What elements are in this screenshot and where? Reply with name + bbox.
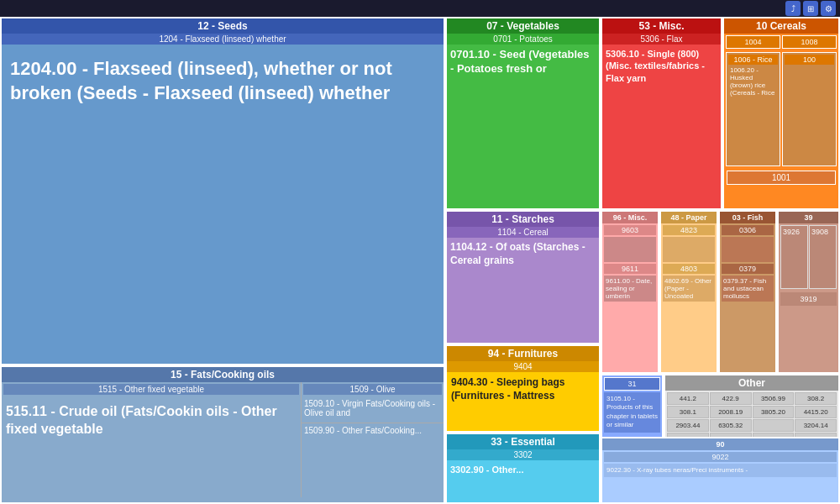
other-cell-9: 6305.32 [710, 419, 752, 432]
misc53-sub: 5306 - Flax [602, 34, 721, 45]
essential-panel[interactable]: 33 - Essential 3302 3302.90 - Other... [445, 433, 601, 504]
other-cell-3: 308.2 [795, 392, 837, 405]
vegetables-panel[interactable]: 07 - Vegetables 0701 - Potatoes 0701.10 … [445, 17, 601, 210]
other-cell-5: 2008.19 [710, 406, 752, 418]
cereals-panel[interactable]: 10 Cereals 1004 1008 1006 - Rice 1006.20… [722, 17, 840, 210]
paper48-title: 48 - Paper [661, 212, 717, 223]
furnitures-panel[interactable]: 94 - Furnitures 9404 9404.30 - Sleeping … [445, 344, 601, 433]
other-cell-1: 422.9 [710, 392, 752, 405]
fats-panel[interactable]: 15 - Fats/Cooking oils 1515 - Other fixe… [0, 365, 445, 504]
fats-sub2-label: 1509 - Olive [303, 384, 442, 395]
fish03-body2: 0379.37 - Fish and ustacean molluscs [722, 276, 774, 302]
cereal-cell-rice-body: 1006.20 - Husked (brown) rice (Cereals -… [728, 65, 778, 164]
paper48-body2: 4802.69 - Other (Paper - Uncoated [663, 276, 715, 302]
misc96-panel[interactable]: 96 - Misc. 9603 9611 9611.00 - Date, sea… [601, 210, 659, 374]
settings-icon[interactable]: ⚙ [821, 1, 836, 16]
misc96-sub2: 9611 [604, 264, 656, 274]
fish03-title: 03 - Fish [720, 212, 775, 223]
fish03-sub2: 0379 [722, 264, 774, 274]
seeds-body: 1204.00 - Flaxseed (linseed), whether or… [2, 45, 444, 118]
seeds-title: 12 - Seeds [2, 18, 444, 34]
top-bar: ⤴ ⊞ ⚙ [0, 0, 840, 17]
fats-body2-1: 1509.10 - Virgin Fats/Cooking oils - Oli… [302, 396, 444, 420]
misc31-title: 31 [604, 377, 660, 391]
starch-body: 1104.12 - Of oats (Starches - Cereal gra… [447, 238, 599, 270]
bookmark-icon[interactable]: ⊞ [803, 1, 818, 16]
veg-title: 07 - Vegetables [447, 18, 599, 34]
fats-body2-2: 1509.90 - Other Fats/Cooking... [302, 423, 444, 438]
starch-sub: 1104 - Cereal [447, 227, 599, 238]
cereal-cell-1004: 1004 [726, 35, 780, 49]
veg-body: 0701.10 - Seed (Vegetables - Potatoes fr… [447, 45, 599, 80]
panel39[interactable]: 39 3926 3908 3919 [777, 210, 840, 374]
furn-body: 9404.30 - Sleeping bags (Furnitures - Ma… [447, 372, 599, 407]
main-container: ⤴ ⊞ ⚙ 12 - Seeds 1204 - Flaxseed (linsee… [0, 0, 840, 504]
fish03-box1 [722, 237, 774, 262]
panel39-cell2: 3908 [809, 225, 837, 289]
treemap: 12 - Seeds 1204 - Flaxseed (linseed) whe… [0, 17, 840, 504]
fats-sub1: 1515 - Other fixed vegetable [3, 384, 299, 395]
other-title: Other [665, 375, 838, 391]
misc90-panel[interactable]: 90 9022 9022.30 - X-ray tubes neras/Prec… [601, 437, 840, 504]
panel39-title: 39 [779, 212, 838, 223]
misc31-body: 3105.10 - Products of this chapter in ta… [604, 392, 660, 433]
essential-body: 3302.90 - Other... [447, 460, 599, 479]
other-cell-7: 4415.20 [795, 406, 837, 418]
other-cell-8: 2903.44 [667, 419, 709, 432]
paper48-sub2: 4803 [663, 264, 715, 274]
essential-sub: 3302 [447, 449, 599, 460]
paper48-sub1: 4823 [663, 225, 715, 235]
fish03-panel[interactable]: 03 - Fish 0306 0379 0379.37 - Fish and u… [718, 210, 777, 374]
misc90-title: 90 [602, 438, 838, 450]
misc53-body: 5306.10 - Single (800) (Misc. textiles/f… [602, 45, 721, 87]
misc96-sub1: 9603 [604, 225, 656, 235]
fish03-sub1: 0306 [722, 225, 774, 235]
share-icon[interactable]: ⤴ [785, 1, 801, 16]
paper48-panel[interactable]: 48 - Paper 4823 4803 4802.69 - Other (Pa… [659, 210, 718, 374]
other-cell-6: 3805.20 [753, 406, 795, 418]
cereals-title: 10 Cereals [724, 18, 838, 34]
starch-title: 11 - Starches [447, 212, 599, 227]
misc53-title: 53 - Misc. [602, 18, 721, 34]
starches-panel[interactable]: 11 - Starches 1104 - Cereal 1104.12 - Of… [445, 210, 601, 344]
furn-title: 94 - Furnitures [447, 346, 599, 361]
other-cell-2: 3506.99 [753, 392, 795, 405]
fats-title: 15 - Fats/Cooking oils [2, 367, 444, 382]
cereal-cell-rice-label: 1006 - Rice [728, 55, 778, 65]
panel39-cell1: 3926 [780, 225, 808, 289]
misc96-title: 96 - Misc. [602, 212, 658, 223]
misc53-panel[interactable]: 53 - Misc. 5306 - Flax 5306.10 - Single … [601, 17, 722, 210]
cereal-bottom: 1001 [727, 171, 836, 185]
other-cell-0: 441.2 [667, 392, 709, 405]
cereal-cell-100-label: 100 [785, 55, 834, 65]
misc96-body2: 9611.00 - Date, sealing or umberin [604, 276, 656, 302]
seeds-subtitle: 1204 - Flaxseed (linseed) whether [2, 34, 444, 45]
essential-title: 33 - Essential [447, 434, 599, 449]
paper48-box1 [663, 237, 715, 262]
other-cell-10 [753, 419, 795, 432]
cereal-cell-1008: 1008 [782, 35, 837, 49]
furn-sub: 9404 [447, 361, 599, 372]
veg-sub: 0701 - Potatoes [447, 34, 599, 45]
panel39-bottom: 3919 [780, 292, 837, 306]
other-cell-11: 3204.14 [795, 419, 837, 432]
misc90-sub: 9022 [604, 452, 837, 462]
fats-body1: 515.11 - Crude oil (Fats/Cookin oils - O… [2, 396, 301, 445]
misc90-body: 9022.30 - X-ray tubes neras/Preci instru… [604, 464, 837, 477]
seeds-panel[interactable]: 12 - Seeds 1204 - Flaxseed (linseed) whe… [0, 17, 445, 365]
misc96-box1 [604, 237, 656, 262]
other-cell-4: 308.1 [667, 406, 709, 418]
